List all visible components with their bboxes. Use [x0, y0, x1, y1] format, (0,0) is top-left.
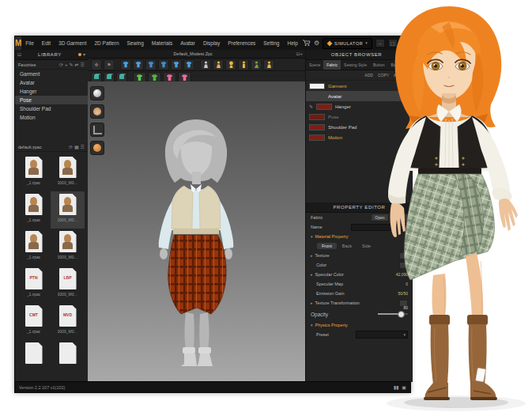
garment-tool-icon[interactable] [158, 59, 169, 70]
tab-button[interactable]: Button [370, 60, 387, 70]
library-file[interactable]: _1.zpac [17, 154, 51, 191]
list-icon[interactable]: ☰ [81, 62, 85, 67]
flag-tool-button[interactable]: ⚑ [104, 59, 115, 70]
preset-dropdown[interactable]: ▾ [356, 331, 408, 338]
fabric-row-avatar[interactable]: Avatar [306, 91, 413, 101]
maximize-button[interactable]: ▢ [388, 39, 398, 47]
library-file[interactable] [51, 340, 85, 377]
add-icon[interactable]: + [65, 62, 68, 67]
specular-map-row[interactable]: Specular Map 0 [306, 279, 413, 289]
memory-icon[interactable]: ▣ [402, 384, 406, 390]
specular-color-row[interactable]: ▸ Specular Color 42,090 [306, 270, 413, 279]
pause-icon[interactable]: ▮▮ [394, 384, 399, 390]
garment-tool-icon[interactable] [183, 59, 194, 70]
library-file[interactable]: 0000_M0… [51, 229, 85, 266]
menu-setting[interactable]: Setting [259, 40, 283, 46]
menu-materials[interactable]: Materials [148, 40, 176, 46]
physics-property-section[interactable]: ▾ Physics Property [306, 320, 413, 330]
tab-buttonhole[interactable]: Buttonh [387, 60, 407, 70]
slider-knob[interactable] [398, 311, 405, 318]
app-logo[interactable]: M [15, 36, 21, 50]
gear-icon[interactable]: ⚙ [314, 40, 319, 47]
viewport-canvas[interactable] [88, 81, 305, 382]
menu-2d-pattern[interactable]: 2D Pattern [90, 40, 123, 46]
fabric-row-garment[interactable]: Garment [306, 81, 413, 91]
add-button[interactable]: ADD [364, 73, 373, 78]
measure-tool-button[interactable] [90, 123, 104, 137]
menu-preferences[interactable]: Preferences [224, 40, 259, 46]
color-row[interactable]: Color [306, 260, 413, 270]
library-file[interactable]: LBP 0000_M0… [51, 266, 85, 303]
garment-tool-icon[interactable] [171, 59, 182, 70]
list-view-icon[interactable]: ☰ [81, 145, 85, 149]
library-file[interactable]: 0000_M0… [51, 154, 85, 191]
swap-icon[interactable]: ⇄ [75, 62, 79, 67]
fabric-row-shoulder-pad[interactable]: Shoulder Pad [306, 122, 413, 132]
library-item-motion[interactable]: Motion [15, 113, 88, 122]
avatar-tool-icon[interactable] [238, 59, 249, 70]
fabric-row-pose[interactable]: Pose [306, 112, 413, 122]
library-file[interactable] [17, 340, 51, 377]
avatar-tool-icon[interactable] [263, 59, 274, 70]
garment-tool-icon[interactable] [133, 59, 144, 70]
library-file[interactable]: MVD 0000_M0… [51, 303, 85, 340]
render-style-button[interactable] [90, 86, 104, 100]
texture-slot[interactable] [399, 252, 408, 259]
garment-tool-icon[interactable] [120, 59, 131, 70]
save-button[interactable]: Save [391, 214, 408, 221]
tab-fabric[interactable]: Fabric [323, 60, 341, 70]
library-file[interactable]: PTN _1.zpac [17, 266, 51, 303]
library-file[interactable]: _1.zpac [17, 229, 51, 266]
name-field[interactable] [351, 224, 408, 231]
add-tab-icon[interactable]: + [300, 51, 303, 56]
minimize-button[interactable]: – [375, 39, 385, 47]
grid-view-icon[interactable]: ▦ [74, 145, 79, 149]
mannequin-3d-model[interactable] [137, 115, 255, 368]
material-property-section[interactable]: ▾ Material Property [306, 232, 413, 241]
simulator-button[interactable]: SIMULATOR ▾ [323, 38, 372, 49]
avatar-tool-icon[interactable] [251, 59, 262, 70]
library-item-garment[interactable]: Garment [15, 70, 88, 78]
material-sphere-button[interactable] [90, 141, 104, 155]
library-file-selected[interactable]: 0000_M0… [51, 191, 85, 229]
library-file[interactable]: _1.zpac [17, 191, 51, 229]
close-button[interactable]: ✕ [401, 39, 410, 47]
refresh-icon[interactable]: ⟳ [59, 62, 63, 67]
tab-side[interactable]: Side [357, 243, 375, 249]
library-item-hanger[interactable]: Hanger [15, 87, 88, 96]
menu-3d-garment[interactable]: 3D Garment [55, 40, 90, 46]
fabric-row-motion[interactable]: Motion [306, 132, 413, 142]
pan-tool-button[interactable]: ✥ [91, 59, 102, 70]
menu-edit[interactable]: Edit [38, 40, 55, 46]
library-file[interactable]: CMT _1.zpac [17, 303, 51, 340]
menu-sewing[interactable]: Sewing [123, 40, 148, 46]
tab-front[interactable]: Front [317, 243, 337, 249]
edit-icon[interactable]: ✎ [70, 62, 74, 67]
avatar-tool-icon[interactable] [213, 59, 224, 70]
tab-sewing-style[interactable]: Sewing Style [341, 60, 370, 70]
garment-tool-icon[interactable] [145, 59, 157, 70]
library-item-pose[interactable]: Pose [15, 96, 88, 104]
menu-help[interactable]: Help [284, 40, 302, 46]
open-button[interactable]: Open [371, 214, 388, 221]
avatar-display-button[interactable] [90, 104, 104, 119]
emission-gain-row[interactable]: Emission Gain 50/50 [306, 289, 413, 298]
tab-back[interactable]: Back [338, 243, 357, 249]
assign-button[interactable]: ASSIGN [394, 73, 409, 78]
avatar-tool-icon[interactable] [200, 59, 211, 70]
avatar-tool-icon[interactable] [225, 59, 236, 70]
opacity-slider[interactable]: 80 [378, 311, 408, 317]
dock-icon[interactable]: ⊡ [406, 52, 410, 57]
library-item-shoulder-pad[interactable]: Shoulder Pad [15, 104, 88, 113]
menu-avatar[interactable]: Avatar [176, 40, 199, 46]
texture-transformation-row[interactable]: ▸ Texture Transformation [306, 298, 413, 308]
tab-scene[interactable]: Scene [306, 60, 323, 70]
library-item-avatar[interactable]: Avatar [15, 78, 88, 87]
dock-icon[interactable]: ⊡ [17, 52, 21, 57]
refresh-icon[interactable]: ⟳ [69, 145, 73, 149]
menu-file[interactable]: File [21, 40, 37, 46]
copy-button[interactable]: COPY [378, 73, 389, 78]
menu-display[interactable]: Display [199, 40, 224, 46]
color-slot[interactable] [399, 262, 408, 269]
texture-row[interactable]: ▸ Texture [306, 251, 413, 260]
